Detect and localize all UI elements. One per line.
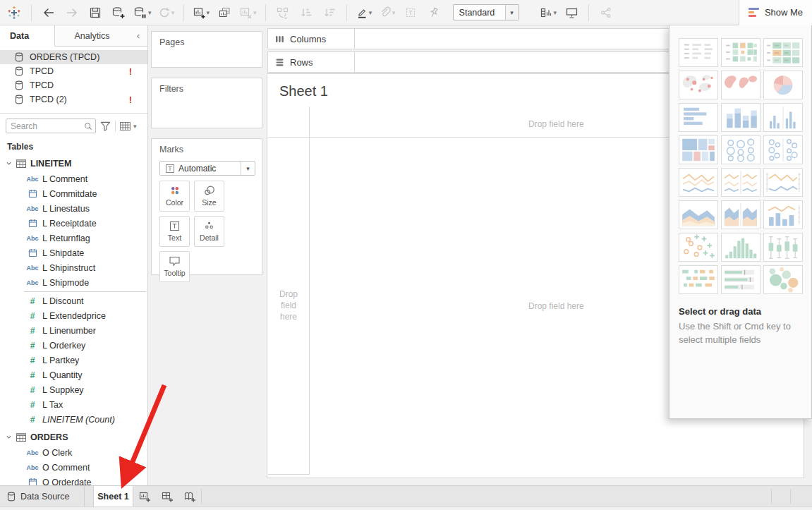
detail-mark-button[interactable]: Detail <box>194 216 224 247</box>
show-me-symbol-map[interactable] <box>679 71 718 99</box>
new-worksheet-tab-button[interactable] <box>133 486 156 506</box>
group-members-button[interactable]: ▾ <box>379 3 396 23</box>
view-options-icon[interactable]: ▾ <box>120 122 137 130</box>
field-item[interactable]: #L Extendedprice <box>0 308 147 323</box>
collapse-pane-chevron[interactable]: ‹ <box>129 25 147 46</box>
table-group-header[interactable]: ORDERS <box>0 429 147 445</box>
save-button[interactable] <box>87 3 104 23</box>
field-item[interactable]: AbcL Linestatus <box>0 201 147 216</box>
new-worksheet-button[interactable]: ▾ <box>193 3 210 23</box>
field-item[interactable]: AbcO Comment <box>0 460 147 475</box>
highlight-button[interactable]: ▾ <box>356 3 372 23</box>
clear-sheet-button[interactable]: ▾ <box>239 3 257 23</box>
field-item[interactable]: AbcO Clerk <box>0 445 147 460</box>
show-hide-cards-button[interactable]: ▾ <box>540 3 557 23</box>
field-item[interactable]: #L Tax <box>0 397 147 412</box>
tooltip-mark-button[interactable]: Tooltip <box>159 251 190 282</box>
sheet1-tab[interactable]: Sheet 1 <box>93 486 133 506</box>
show-me-heat-map[interactable] <box>763 38 803 67</box>
show-me-histogram[interactable] <box>721 233 761 262</box>
field-item[interactable]: AbcL Returnflag <box>0 231 147 245</box>
pages-card[interactable]: Pages <box>151 31 262 68</box>
field-item[interactable]: L Commitdate <box>0 186 147 201</box>
show-me-packed-bubbles[interactable] <box>763 265 803 294</box>
show-me-filled-map[interactable] <box>721 71 761 99</box>
mark-type-caret[interactable]: ▾ <box>241 162 255 175</box>
show-hide-cards-caret[interactable]: ▾ <box>554 9 557 16</box>
field-item[interactable]: #L Partkey <box>0 353 147 368</box>
data-source-item[interactable]: TPCD (2)! <box>0 92 147 107</box>
fix-axes-pin-icon[interactable] <box>425 3 442 23</box>
field-item[interactable]: AbcL Shipinstruct <box>0 260 147 275</box>
fit-mode-caret[interactable]: ▾ <box>505 5 519 20</box>
drop-field-left[interactable]: Drop field here <box>273 289 304 322</box>
show-me-area-continuous[interactable] <box>679 200 718 229</box>
field-item[interactable]: AbcL Shipmode <box>0 275 147 290</box>
share-button[interactable] <box>598 3 614 23</box>
new-dashboard-tab-button[interactable] <box>156 486 178 506</box>
new-worksheet-caret[interactable]: ▾ <box>207 9 210 16</box>
show-me-horizontal-bars[interactable] <box>679 103 718 132</box>
show-me-scatter-plot[interactable] <box>679 233 718 262</box>
show-me-lines-continuous[interactable] <box>679 168 718 197</box>
show-me-dual-combination[interactable] <box>763 200 803 229</box>
new-data-source-button[interactable] <box>110 3 127 23</box>
field-item[interactable]: #L Suppkey <box>0 382 147 397</box>
presentation-mode-button[interactable] <box>563 3 580 23</box>
undo-button[interactable] <box>40 3 57 23</box>
text-mark-button[interactable]: Text <box>159 216 190 247</box>
field-item[interactable]: AbcL Comment <box>0 171 147 186</box>
fit-mode-select[interactable]: Standard ▾ <box>453 4 519 20</box>
pause-updates-caret[interactable]: ▾ <box>148 9 152 16</box>
pause-auto-updates-button[interactable]: ▾ <box>133 3 152 23</box>
filters-card[interactable]: Filters <box>151 78 262 128</box>
sort-descending-button[interactable] <box>321 3 338 23</box>
show-me-lines-discrete[interactable] <box>721 168 761 197</box>
filter-fields-icon[interactable] <box>100 121 111 131</box>
show-me-area-discrete[interactable] <box>721 200 761 229</box>
show-me-circle-views[interactable] <box>721 135 761 164</box>
search-input-box[interactable] <box>6 119 96 133</box>
chevron-down-icon[interactable] <box>6 160 12 166</box>
show-me-pie-chart[interactable] <box>763 71 803 99</box>
field-item[interactable]: L Receiptdate <box>0 216 147 231</box>
field-item[interactable]: #L Discount <box>0 293 147 308</box>
data-source-item[interactable]: TPCD <box>0 78 147 92</box>
show-me-treemap[interactable] <box>679 135 718 164</box>
data-source-tab[interactable]: Data Source <box>0 486 85 506</box>
show-me-gantt[interactable] <box>679 265 718 294</box>
data-source-item[interactable]: ORDERS (TPCD) <box>0 50 147 64</box>
redo-button[interactable] <box>63 3 80 23</box>
field-item[interactable]: L Shipdate <box>0 245 147 260</box>
group-members-caret[interactable]: ▾ <box>392 9 396 16</box>
show-me-side-by-side-circles[interactable] <box>763 135 803 164</box>
sort-ascending-button[interactable] <box>298 3 315 23</box>
color-mark-button[interactable]: Color <box>159 181 190 212</box>
show-me-text-table[interactable] <box>679 38 718 67</box>
show-me-box-and-whisker[interactable] <box>763 233 803 262</box>
swap-rows-columns-button[interactable] <box>274 3 291 23</box>
table-group-header[interactable]: LINEITEM <box>0 155 147 171</box>
size-mark-button[interactable]: Size <box>194 181 224 212</box>
field-item[interactable]: O Orderdate <box>0 475 147 485</box>
tab-data[interactable]: Data <box>0 25 55 47</box>
show-me-highlight-table[interactable] <box>721 38 761 67</box>
clear-sheet-caret[interactable]: ▾ <box>253 9 257 16</box>
highlight-caret[interactable]: ▾ <box>369 9 372 16</box>
show-me-bullet-graph[interactable] <box>721 265 761 294</box>
refresh-data-button[interactable]: ▾ <box>158 3 175 23</box>
tab-analytics[interactable]: Analytics <box>55 25 129 46</box>
show-me-side-by-side-bars[interactable] <box>763 103 803 132</box>
field-item[interactable]: #L Orderkey <box>0 338 147 353</box>
field-item[interactable]: #LINEITEM (Count) <box>0 412 147 427</box>
search-input[interactable] <box>6 121 84 131</box>
duplicate-sheet-button[interactable] <box>216 3 233 23</box>
field-item[interactable]: #L Quantity <box>0 368 147 382</box>
drop-field-main[interactable]: Drop field here <box>528 301 584 311</box>
data-source-item[interactable]: TPCD! <box>0 64 147 78</box>
refresh-caret[interactable]: ▾ <box>171 9 175 16</box>
show-me-button[interactable]: Show Me <box>739 0 812 25</box>
field-item[interactable]: #L Linenumber <box>0 323 147 338</box>
new-story-tab-button[interactable] <box>178 486 201 506</box>
drop-field-top[interactable]: Drop field here <box>528 119 584 129</box>
